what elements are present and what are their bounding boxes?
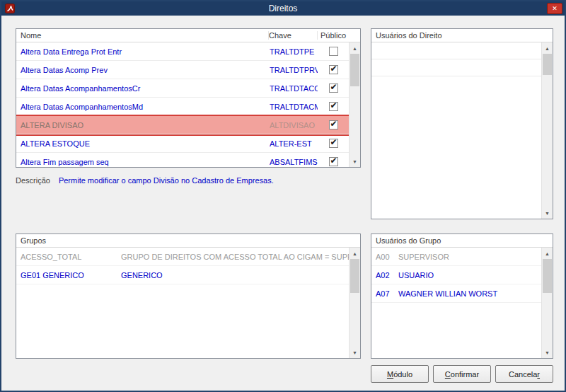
rights-row-selected[interactable]: ALTERA DIVISAO ALTDIVISAO bbox=[16, 116, 349, 134]
usuarios-grupo-scrollbar[interactable]: ▲ ▼ bbox=[541, 248, 553, 358]
scroll-down-icon[interactable]: ▼ bbox=[350, 347, 360, 358]
rights-row[interactable]: Altera Data Entrega Prot Entr TRALTDTPE bbox=[16, 42, 349, 61]
button-label: ódulo bbox=[393, 370, 412, 379]
usuarios-direito-list: Usuários do Direito ▲ ▼ bbox=[371, 28, 553, 219]
empty-row bbox=[371, 59, 541, 76]
button-accesskey: M bbox=[387, 370, 393, 379]
button-label: Cancela bbox=[509, 370, 537, 379]
cell-chave: TRALTDTACO bbox=[270, 84, 318, 93]
grupos-header: Grupos bbox=[16, 234, 360, 248]
rights-table: Nome Chave Público Altera Data Entrega P… bbox=[16, 28, 361, 168]
scroll-down-icon[interactable]: ▼ bbox=[542, 347, 553, 358]
cell-publico bbox=[318, 139, 349, 148]
rights-row[interactable]: Altera Datas AcompanhamentosCr TRALTDTAC… bbox=[16, 79, 349, 98]
usuario-row[interactable]: A02 USUARIO bbox=[371, 266, 541, 284]
cell-chave: TRALTDTPRV bbox=[270, 66, 318, 74]
cell-nome: Altera Datas Acomp Prev bbox=[16, 66, 270, 74]
publico-checkbox[interactable] bbox=[329, 157, 338, 166]
titlebar[interactable]: Direitos ✕ bbox=[1, 1, 565, 16]
rights-row[interactable]: Altera Datas Acomp Prev TRALTDTPRV bbox=[16, 61, 349, 79]
grupo-row[interactable]: GE01 GENERICO GENERICO bbox=[16, 266, 349, 284]
cell-chave: ALTER-EST bbox=[270, 139, 318, 148]
publico-checkbox[interactable] bbox=[329, 47, 338, 56]
grupos-rows[interactable]: ACESSO_TOTAL GRUPO DE DIREITOS COM ACESS… bbox=[16, 248, 349, 358]
usuarios-direito-scrollbar[interactable]: ▲ ▼ bbox=[541, 42, 553, 219]
cancelar-button[interactable]: Cancelar bbox=[495, 365, 553, 383]
grupo-descricao: GENERICO bbox=[121, 271, 349, 279]
rights-scrollbar[interactable]: ▲ ▼ bbox=[349, 42, 360, 167]
grupos-scrollbar[interactable]: ▲ ▼ bbox=[349, 248, 360, 358]
usuarios-grupo-title: Usuários do Grupo bbox=[371, 236, 441, 245]
window-title: Direitos bbox=[1, 1, 565, 16]
close-icon[interactable]: ✕ bbox=[547, 3, 562, 14]
cell-nome: ALTERA ESTOQUE bbox=[16, 139, 270, 148]
usuario-nome: SUPERVISOR bbox=[398, 253, 541, 261]
scrollbar-thumb[interactable] bbox=[350, 54, 359, 86]
usuarios-grupo-header: Usuários do Grupo bbox=[371, 234, 553, 248]
usuarios-grupo-list: Usuários do Grupo A00 SUPERVISOR A02 USU… bbox=[371, 234, 553, 359]
cell-nome: Altera Data Entrega Prot Entr bbox=[16, 47, 270, 56]
column-header-chave[interactable]: Chave bbox=[268, 31, 317, 40]
cell-chave: ALTDIVISAO bbox=[270, 121, 318, 129]
modulo-button[interactable]: Módulo bbox=[371, 365, 429, 383]
publico-checkbox[interactable] bbox=[329, 65, 338, 74]
usuario-codigo: A07 bbox=[371, 289, 398, 298]
column-header-publico[interactable]: Público bbox=[317, 31, 349, 40]
cell-publico bbox=[318, 102, 349, 111]
publico-checkbox[interactable] bbox=[329, 102, 338, 111]
cell-nome: Altera Datas AcompanhamentosCr bbox=[16, 84, 270, 93]
usuarios-direito-title: Usuários do Direito bbox=[371, 31, 442, 40]
grupo-row[interactable]: ACESSO_TOTAL GRUPO DE DIREITOS COM ACESS… bbox=[16, 248, 349, 266]
grupos-list: Grupos ACESSO_TOTAL GRUPO DE DIREITOS CO… bbox=[16, 234, 361, 359]
confirmar-button[interactable]: Confirmar bbox=[433, 365, 491, 383]
description-text: Permite modificar o campo Divisão no Cad… bbox=[59, 176, 274, 185]
description-row: Descrição Permite modificar o campo Divi… bbox=[16, 176, 274, 185]
cell-nome: ALTERA DIVISAO bbox=[16, 121, 270, 129]
cell-chave: ABSALTFIMS bbox=[270, 158, 318, 166]
scroll-down-icon[interactable]: ▼ bbox=[350, 156, 360, 167]
button-accesskey: r bbox=[537, 370, 540, 379]
rights-table-header: Nome Chave Público bbox=[16, 29, 360, 42]
grupos-title: Grupos bbox=[16, 236, 46, 245]
usuario-row[interactable]: A07 WAGNER WILLIAN WORST bbox=[371, 284, 541, 303]
publico-checkbox[interactable] bbox=[329, 83, 338, 93]
usuario-codigo: A02 bbox=[371, 271, 398, 279]
button-label: onfirmar bbox=[451, 370, 479, 379]
usuario-nome: USUARIO bbox=[398, 271, 541, 279]
scroll-up-icon[interactable]: ▲ bbox=[350, 248, 360, 259]
usuario-codigo: A00 bbox=[371, 253, 398, 261]
cell-nome: Altera Fim passagem seq bbox=[16, 158, 270, 166]
button-accesskey: C bbox=[445, 370, 451, 379]
scroll-up-icon[interactable]: ▲ bbox=[542, 42, 553, 54]
rights-rows: Altera Data Entrega Prot Entr TRALTDTPE … bbox=[16, 42, 349, 167]
usuario-nome: WAGNER WILLIAN WORST bbox=[398, 289, 541, 298]
rights-row[interactable]: Altera Datas AcompanhamentosMd TRALTDTAC… bbox=[16, 98, 349, 116]
cell-publico bbox=[318, 83, 349, 93]
scrollbar-thumb[interactable] bbox=[350, 259, 359, 293]
cell-chave: TRALTDTPE bbox=[270, 47, 318, 56]
publico-checkbox[interactable] bbox=[329, 139, 338, 148]
empty-row bbox=[371, 42, 541, 59]
cell-nome: Altera Datas AcompanhamentosMd bbox=[16, 103, 270, 111]
publico-checkbox[interactable] bbox=[329, 120, 338, 129]
grupo-codigo: GE01 GENERICO bbox=[16, 271, 121, 279]
scrollbar-thumb[interactable] bbox=[543, 259, 552, 293]
button-row: Módulo Confirmar Cancelar bbox=[371, 365, 553, 383]
cell-publico bbox=[318, 120, 349, 129]
cell-publico bbox=[318, 47, 349, 56]
scroll-up-icon[interactable]: ▲ bbox=[350, 42, 360, 54]
column-header-nome[interactable]: Nome bbox=[16, 31, 268, 40]
rights-row[interactable]: Altera Fim passagem seq ABSALTFIMS bbox=[16, 153, 349, 167]
scrollbar-thumb[interactable] bbox=[543, 54, 552, 75]
grupo-codigo: ACESSO_TOTAL bbox=[16, 253, 121, 261]
usuarios-direito-rows[interactable] bbox=[371, 42, 541, 219]
rights-row[interactable]: ALTERA ESTOQUE ALTER-EST bbox=[16, 134, 349, 153]
grupo-descricao: GRUPO DE DIREITOS COM ACESSO TOTAL AO CI… bbox=[121, 253, 349, 261]
description-label: Descrição bbox=[16, 176, 50, 185]
scroll-down-icon[interactable]: ▼ bbox=[542, 207, 553, 219]
usuarios-grupo-rows[interactable]: A00 SUPERVISOR A02 USUARIO A07 WAGNER WI… bbox=[371, 248, 541, 358]
cell-publico bbox=[318, 65, 349, 74]
scroll-up-icon[interactable]: ▲ bbox=[542, 248, 553, 259]
cell-publico bbox=[318, 157, 349, 166]
usuario-row[interactable]: A00 SUPERVISOR bbox=[371, 248, 541, 266]
